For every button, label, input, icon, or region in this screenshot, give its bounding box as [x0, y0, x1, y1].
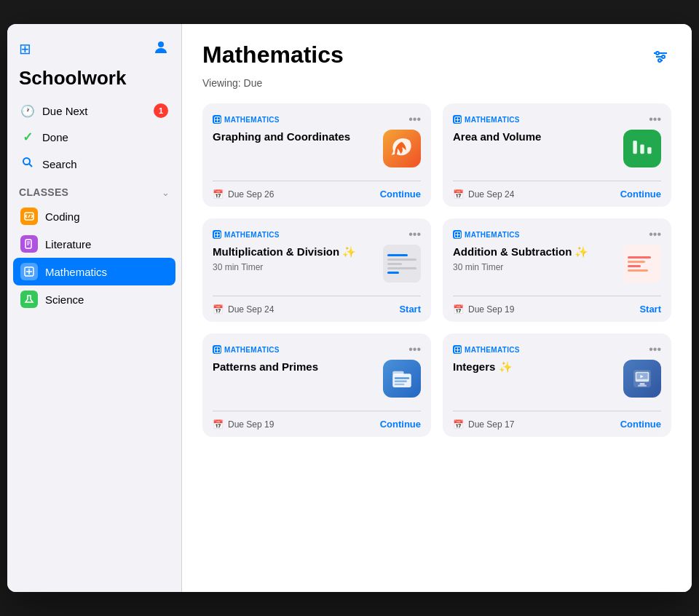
checkmark-icon: ✓: [20, 130, 35, 145]
card-footer: 📅 Due Sep 26 Continue: [213, 181, 421, 207]
classes-section-header: Classes ⌄: [7, 176, 181, 202]
card-more-button[interactable]: •••: [408, 229, 421, 240]
cards-grid: Mathematics ••• Graphing and Coordinates: [202, 103, 671, 437]
card-info: Graphing and Coordinates: [213, 130, 377, 147]
calendar-icon: 📅: [453, 304, 464, 315]
sidebar-item-science[interactable]: Science: [13, 285, 175, 313]
card-info: Addition & Subtraction ✨ 30 min Timer: [453, 245, 617, 272]
card-body: Multiplication & Division ✨ 30 min Timer: [213, 245, 421, 288]
due-date: 📅 Due Sep 24: [213, 304, 274, 315]
search-icon: [20, 157, 35, 171]
sidebar-item-done[interactable]: ✓ Done: [13, 125, 175, 150]
card-title: Patterns and Primes: [213, 360, 377, 374]
filter-button[interactable]: [649, 46, 671, 71]
sidebar-item-due-next[interactable]: 🕐 Due Next 1: [13, 98, 175, 123]
card-body: Area and Volume: [453, 130, 661, 173]
card-footer: 📅 Due Sep 19 Start: [453, 296, 661, 322]
sidebar-item-coding[interactable]: Coding: [13, 202, 175, 230]
main-header: Mathematics: [202, 42, 671, 71]
clock-icon: 🕐: [20, 104, 35, 118]
svg-line-2: [29, 164, 32, 167]
card-class-label: Mathematics: [213, 115, 280, 124]
due-next-label: Due Next: [42, 105, 88, 117]
card-header: Mathematics •••: [453, 229, 661, 240]
card-class-label: Mathematics: [213, 230, 280, 239]
mathematics-class-icon: [20, 263, 38, 280]
user-profile-button[interactable]: [152, 39, 170, 58]
page-title: Mathematics: [202, 42, 344, 68]
calendar-icon: 📅: [213, 304, 224, 315]
due-date: 📅 Due Sep 19: [213, 419, 274, 430]
svg-rect-38: [392, 371, 403, 375]
due-date: 📅 Due Sep 24: [453, 189, 514, 200]
mathematics-badge-icon: [213, 230, 221, 239]
mathematics-badge-icon: [453, 345, 462, 354]
svg-rect-47: [640, 383, 645, 385]
card-header: Mathematics •••: [453, 114, 661, 125]
calendar-icon: 📅: [213, 419, 224, 430]
done-label: Done: [42, 131, 68, 143]
card-body: Integers ✨: [453, 360, 661, 403]
card-body: Graphing and Coordinates: [213, 130, 421, 173]
sidebar: ⊞ Schoolwork 🕐 Due Next 1 ✓ Done: [7, 24, 182, 592]
literature-label: Literature: [45, 238, 91, 250]
card-info: Area and Volume: [453, 130, 617, 147]
start-button[interactable]: Start: [399, 304, 421, 315]
card-more-button[interactable]: •••: [408, 344, 421, 355]
main-content: Mathematics Viewing: Due: [182, 24, 692, 592]
card-more-button[interactable]: •••: [408, 114, 421, 125]
continue-button[interactable]: Continue: [380, 189, 421, 200]
card-class-label: Mathematics: [453, 345, 520, 354]
science-label: Science: [45, 293, 84, 306]
continue-button[interactable]: Continue: [620, 189, 661, 200]
card-patterns[interactable]: Mathematics ••• Patterns and Primes: [202, 333, 431, 437]
sidebar-item-search[interactable]: Search: [13, 151, 175, 176]
chevron-down-icon[interactable]: ⌄: [162, 187, 170, 198]
class-label-text: Mathematics: [465, 231, 520, 239]
due-next-badge: 1: [154, 103, 168, 118]
card-title: Integers ✨: [453, 360, 617, 374]
app-title: Schoolwork: [7, 64, 181, 98]
sidebar-item-mathematics[interactable]: Mathematics: [13, 258, 175, 285]
card-integers[interactable]: Mathematics ••• Integers ✨: [443, 333, 671, 437]
continue-button[interactable]: Continue: [620, 419, 661, 430]
viewing-label: Viewing: Due: [202, 77, 671, 89]
card-graphing[interactable]: Mathematics ••• Graphing and Coordinates: [202, 103, 431, 207]
card-footer: 📅 Due Sep 17 Continue: [453, 411, 661, 437]
sidebar-toggle-button[interactable]: ⊞: [19, 42, 31, 56]
numbers-app-icon: [623, 130, 661, 167]
due-date-text: Due Sep 19: [468, 304, 514, 315]
card-multiplication[interactable]: Mathematics ••• Multiplication & Divisio…: [202, 218, 431, 322]
mathematics-badge-icon: [453, 230, 462, 239]
card-more-button[interactable]: •••: [649, 229, 661, 240]
due-date: 📅 Due Sep 17: [453, 419, 514, 430]
class-label-text: Mathematics: [465, 346, 520, 354]
card-body: Addition & Subtraction ✨ 30 min Timer: [453, 245, 661, 288]
svg-rect-5: [25, 240, 31, 248]
card-title: Graphing and Coordinates: [213, 130, 377, 144]
card-class-label: Mathematics: [453, 230, 520, 239]
due-date: 📅 Due Sep 26: [213, 189, 274, 200]
class-label-text: Mathematics: [224, 231, 280, 239]
card-header: Mathematics •••: [213, 344, 421, 355]
card-header: Mathematics •••: [453, 344, 661, 355]
start-button[interactable]: Start: [639, 304, 661, 315]
due-date: 📅 Due Sep 19: [453, 304, 514, 315]
card-footer: 📅 Due Sep 24 Continue: [453, 181, 661, 207]
svg-rect-27: [647, 147, 651, 154]
class-label-text: Mathematics: [465, 116, 520, 124]
due-date-text: Due Sep 24: [228, 304, 274, 315]
svg-point-16: [656, 52, 659, 55]
svg-rect-39: [395, 377, 409, 379]
mathematics-badge-icon: [213, 345, 221, 354]
mathematics-badge-icon: [453, 115, 462, 124]
card-area-volume[interactable]: Mathematics ••• Area and Volume: [443, 103, 671, 207]
sidebar-nav: 🕐 Due Next 1 ✓ Done Search: [7, 98, 181, 176]
card-more-button[interactable]: •••: [649, 114, 661, 125]
card-subtitle: 30 min Timer: [453, 262, 617, 272]
card-more-button[interactable]: •••: [649, 344, 661, 355]
class-label-text: Mathematics: [224, 346, 280, 354]
card-addition[interactable]: Mathematics ••• Addition & Subtraction ✨…: [443, 218, 671, 322]
sidebar-item-literature[interactable]: Literature: [13, 230, 175, 258]
continue-button[interactable]: Continue: [380, 419, 421, 430]
